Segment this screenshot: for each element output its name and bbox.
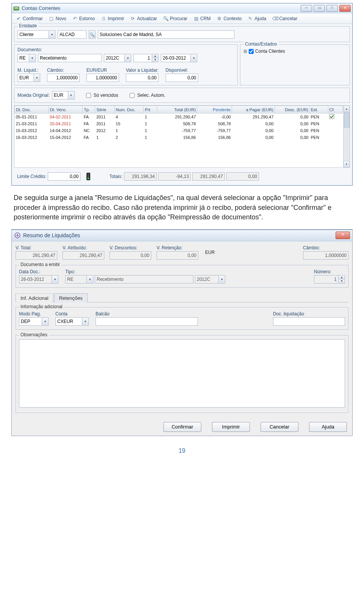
scroll-up-icon[interactable]: ▴ <box>344 106 350 112</box>
docliq-input[interactable] <box>273 317 345 326</box>
th-prt[interactable]: Prt <box>144 106 157 113</box>
cell-cf[interactable] <box>328 134 342 141</box>
tab-inf-adicional[interactable]: Inf. Adicional <box>16 293 53 302</box>
scroll-down-icon[interactable]: ▾ <box>344 161 350 167</box>
titlebar[interactable]: Contas Correntes ─ ▭ □ ✕ <box>12 3 352 13</box>
cambio-input[interactable] <box>47 74 80 82</box>
valliq-input[interactable] <box>126 74 158 82</box>
entidade-desc-input[interactable] <box>98 30 234 39</box>
th-cf[interactable]: Cf. <box>328 106 342 113</box>
doc-num-spinner[interactable]: ▴ ▾ <box>133 54 158 62</box>
th-est[interactable]: Est. <box>309 106 328 113</box>
table-row[interactable]: 15-03-201214-04-2012NC201211-759,77-759,… <box>15 127 343 134</box>
toolbar-cancelar[interactable]: ⌫Cancelar <box>270 15 300 22</box>
chevron-down-icon[interactable]: ▾ <box>49 30 55 39</box>
checkbox[interactable] <box>130 93 135 98</box>
doc-serie-select[interactable]: ▾ <box>104 54 131 62</box>
toolbar-novo[interactable]: ▢Novo <box>46 15 69 22</box>
dialog-ajuda-button[interactable]: Ajuda <box>309 422 347 432</box>
table-row[interactable]: 21-03-201120-04-2011FA2011151508,78508,7… <box>15 120 343 127</box>
datadoc-select[interactable]: ▾ <box>19 275 58 284</box>
chevron-down-icon[interactable]: ▾ <box>218 275 225 284</box>
entidade-codigo-input[interactable] <box>58 30 86 39</box>
chevron-down-icon[interactable]: ▾ <box>52 275 58 284</box>
tree-checkbox[interactable] <box>249 49 254 54</box>
limite-input[interactable] <box>48 172 80 181</box>
search-icon[interactable]: 🔍 <box>89 30 96 39</box>
toolbar-contexto[interactable]: ⚙Contexto <box>214 15 244 22</box>
th-apagar[interactable]: a Pagar (EUR) <box>232 106 275 113</box>
maximize-button[interactable]: □ <box>326 5 338 12</box>
chevron-down-icon[interactable]: ▾ <box>33 74 40 82</box>
tipo-serie-select[interactable]: ▾ <box>195 275 225 284</box>
spinner-up-icon[interactable]: ▴ <box>338 275 345 279</box>
scroll-thumb[interactable] <box>344 112 350 128</box>
chevron-down-icon[interactable]: ▾ <box>82 317 89 326</box>
doc-date-select[interactable]: ▾ <box>161 54 197 62</box>
th-numdoc[interactable]: Num. Doc. <box>115 106 144 113</box>
moeda-select[interactable]: ▾ <box>52 91 75 99</box>
dialog-imprimir-button[interactable]: Imprimir <box>212 422 250 432</box>
numero-spinner[interactable]: ▴ ▾ <box>314 275 345 284</box>
modopag-select[interactable]: ▾ <box>19 317 49 326</box>
table-row[interactable]: 16-03-201215-04-2012FA121156,86156,860,0… <box>15 134 343 141</box>
chevron-down-icon[interactable]: ▾ <box>124 54 131 62</box>
toolbar-imprimir[interactable]: ⎙Imprimir <box>98 15 127 22</box>
tree-expand-icon[interactable]: ⊞ <box>243 49 247 54</box>
th-pendente[interactable]: Pendente <box>197 106 232 113</box>
th-serie[interactable]: Série <box>95 106 115 113</box>
dialog-confirmar-button[interactable]: Confirmar <box>163 422 201 432</box>
disponivel-input[interactable] <box>166 74 198 82</box>
chevron-down-icon[interactable]: ▾ <box>86 275 93 284</box>
doc-tipo-input[interactable] <box>17 54 29 62</box>
doc-tipo-select[interactable]: ▾ <box>17 54 36 62</box>
toolbar-actualizar[interactable]: ⟳Actualizar <box>127 15 160 22</box>
toolbar-crm[interactable]: ▤CRM <box>191 15 213 22</box>
mliquid-input[interactable] <box>17 74 33 82</box>
cell-cf[interactable] <box>328 120 342 127</box>
conta-input[interactable] <box>55 317 82 326</box>
spinner-down-icon[interactable]: ▾ <box>152 58 158 62</box>
entidade-tipo-input[interactable] <box>17 30 49 39</box>
table-row[interactable]: 05-01-201104-02-2011FA201141291.290,47-0… <box>15 113 343 121</box>
tab-retencoes[interactable]: Retenções <box>54 293 88 302</box>
dialog-titlebar[interactable]: Resumo de Liquidações ✕ <box>12 230 352 241</box>
cell-cf[interactable] <box>328 113 342 121</box>
toolbar-ajuda[interactable]: ✎Ajuda <box>245 15 269 22</box>
minimize-button[interactable]: ─ <box>301 5 312 12</box>
chk-selec-autom[interactable]: Selec. Autom. <box>128 92 165 99</box>
cell-cf[interactable] <box>328 127 342 134</box>
restore-button[interactable]: ▭ <box>314 5 325 12</box>
chevron-down-icon[interactable]: ▾ <box>29 54 36 62</box>
tipo-code-select[interactable]: ▾ <box>65 275 93 284</box>
chevron-down-icon[interactable]: ▾ <box>68 91 75 99</box>
doc-num-input[interactable] <box>133 54 152 62</box>
toolbar-confirmar[interactable]: ✔Confirmar <box>13 15 46 22</box>
mliquid-select[interactable]: ▾ <box>17 74 40 82</box>
chk-so-vencidos[interactable]: Só vencidos <box>85 92 118 99</box>
th-total[interactable]: Total (EUR) <box>157 106 197 113</box>
toolbar-procurar[interactable]: 🔍Procurar <box>160 15 190 22</box>
close-button[interactable]: ✕ <box>339 5 351 12</box>
entidade-tipo-select[interactable]: ▾ <box>17 30 55 39</box>
doc-date-input[interactable] <box>161 54 190 62</box>
toolbar-estorno[interactable]: ↶Estorno <box>70 15 97 22</box>
dialog-close-button[interactable]: ✕ <box>336 232 350 239</box>
th-dtdoc[interactable]: Dt. Doc. <box>15 106 49 113</box>
th-tp[interactable]: Tp. <box>83 106 95 113</box>
th-desc[interactable]: Desc. (EUR) <box>275 106 309 113</box>
eureur-input[interactable] <box>86 74 119 82</box>
tree-item-conta-clientes[interactable]: ⊞ Conta Clientes <box>243 49 347 54</box>
dialog-cancelar-button[interactable]: Cancelar <box>260 422 298 432</box>
chevron-down-icon[interactable]: ▾ <box>190 54 197 62</box>
doc-serie-input[interactable] <box>104 54 124 62</box>
observacoes-textarea[interactable] <box>19 339 345 408</box>
spinner-down-icon[interactable]: ▾ <box>338 279 345 284</box>
moeda-input[interactable] <box>52 91 68 99</box>
modopag-input[interactable] <box>19 317 42 326</box>
checkbox[interactable] <box>86 93 91 98</box>
doc-tipodesc-input[interactable] <box>38 54 102 62</box>
chevron-down-icon[interactable]: ▾ <box>42 317 49 326</box>
vertical-scrollbar[interactable]: ▴ ▾ <box>343 106 350 167</box>
th-dtvenc[interactable]: Dt. Venc. <box>49 106 83 113</box>
